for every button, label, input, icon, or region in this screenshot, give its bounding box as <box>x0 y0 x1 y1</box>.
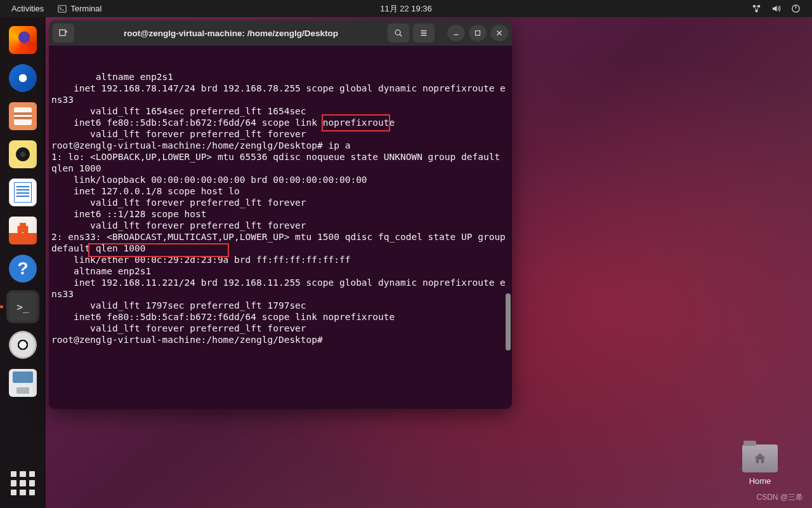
thunderbird-icon <box>9 64 37 92</box>
maximize-icon <box>473 29 482 37</box>
home-shortcut[interactable]: Home <box>738 444 782 486</box>
active-app-indicator[interactable]: Terminal <box>58 4 102 13</box>
terminal-line: inet6 ::1/128 scope host <box>51 208 507 220</box>
minimize-button[interactable] <box>447 25 465 41</box>
rhythmbox-icon <box>9 140 37 168</box>
terminal-line: root@zenglg-virtual-machine:/home/zenglg… <box>51 140 507 151</box>
help-icon: ? <box>9 255 37 283</box>
terminal-line: 2: ens33: <BROADCAST,MULTICAST,UP,LOWER_… <box>51 231 507 254</box>
dock-disk-util[interactable] <box>6 366 39 399</box>
dock-files[interactable] <box>6 100 39 133</box>
svg-rect-10 <box>476 31 480 36</box>
terminal-line: inet 192.168.78.147/24 brd 192.168.78.25… <box>51 83 507 105</box>
terminal-line: valid_lft forever preferred_lft forever <box>51 323 507 334</box>
terminal-line: altname enp2s1 <box>51 71 507 83</box>
terminal-line: valid_lft forever preferred_lft forever <box>51 128 507 140</box>
active-app-label: Terminal <box>70 4 102 13</box>
search-icon <box>394 29 403 37</box>
disk-util-icon <box>9 369 37 397</box>
terminal-line: root@zenglg-virtual-machine:/home/zenglg… <box>51 334 507 345</box>
close-button[interactable] <box>490 25 508 41</box>
top-bar: Activities Terminal 11月 22 19:36 <box>0 0 812 17</box>
dock-writer[interactable] <box>6 176 39 209</box>
dock-software[interactable] <box>6 214 39 247</box>
software-icon <box>9 217 37 244</box>
terminal-body[interactable]: altname enp2s1 inet 192.168.78.147/24 br… <box>49 46 512 409</box>
terminal-line: link/ether 00:0c:29:2d:23:9a brd ff:ff:f… <box>51 254 507 265</box>
terminal-line: valid_lft forever preferred_lft forever <box>51 220 507 231</box>
new-tab-button[interactable] <box>53 23 74 43</box>
terminal-icon: >_ <box>9 293 37 321</box>
firefox-icon <box>9 26 37 54</box>
terminal-line: inet6 fe80::5db:5caf:b672:f6dd/64 scope … <box>51 311 507 323</box>
clock[interactable]: 11月 22 19:36 <box>380 3 432 15</box>
new-tab-icon <box>58 28 69 38</box>
close-icon <box>495 29 504 37</box>
disc-icon <box>9 331 37 359</box>
hamburger-icon <box>419 29 428 37</box>
terminal-title: root@zenglg-virtual-machine: /home/zengl… <box>78 29 384 38</box>
terminal-window: root@zenglg-virtual-machine: /home/zengl… <box>49 20 512 409</box>
show-apps-button[interactable] <box>11 471 35 495</box>
volume-icon[interactable] <box>771 4 781 13</box>
terminal-line: inet6 fe80::5db:5caf:b672:f6dd/64 scope … <box>51 117 507 128</box>
minimize-icon <box>452 29 461 37</box>
dock-rhythmbox[interactable] <box>6 138 39 171</box>
dock: ? >_ <box>0 17 46 508</box>
svg-point-7 <box>395 30 400 35</box>
terminal-menu-icon <box>58 4 67 13</box>
terminal-line: altname enp2s1 <box>51 265 507 277</box>
terminal-line: valid_lft 1797sec preferred_lft 1797sec <box>51 300 507 311</box>
files-icon <box>9 102 37 130</box>
terminal-line: link/loopback 00:00:00:00:00:00 brd 00:0… <box>51 174 507 185</box>
network-icon[interactable] <box>752 4 761 13</box>
dock-help[interactable]: ? <box>6 252 39 285</box>
activities-button[interactable]: Activities <box>11 4 44 13</box>
dock-terminal[interactable]: >_ <box>6 290 39 323</box>
svg-line-8 <box>400 34 402 36</box>
svg-rect-6 <box>60 30 65 36</box>
home-label: Home <box>738 476 782 486</box>
terminal-line: inet 192.168.11.221/24 brd 192.168.11.25… <box>51 277 507 300</box>
search-button[interactable] <box>388 23 409 43</box>
dock-firefox[interactable] <box>6 23 39 57</box>
home-folder-icon <box>742 444 778 472</box>
terminal-line: 1: lo: <LOOPBACK,UP,LOWER_UP> mtu 65536 … <box>51 151 507 174</box>
scrollbar-thumb[interactable] <box>506 293 511 351</box>
menu-button[interactable] <box>413 23 435 43</box>
writer-icon <box>9 178 37 206</box>
terminal-line: valid_lft forever preferred_lft forever <box>51 197 507 208</box>
dock-thunderbird[interactable] <box>6 62 39 95</box>
clock-label: 11月 22 19:36 <box>380 4 432 13</box>
activities-label: Activities <box>11 4 44 13</box>
watermark: CSDN @三希 <box>756 492 803 503</box>
svg-rect-0 <box>58 5 66 12</box>
maximize-button[interactable] <box>469 25 487 41</box>
terminal-line: valid_lft 1654sec preferred_lft 1654sec <box>51 105 507 117</box>
dock-disc[interactable] <box>6 328 39 361</box>
power-icon[interactable] <box>791 4 801 13</box>
terminal-line: inet 127.0.0.1/8 scope host lo <box>51 185 507 197</box>
terminal-titlebar[interactable]: root@zenglg-virtual-machine: /home/zengl… <box>49 20 512 46</box>
